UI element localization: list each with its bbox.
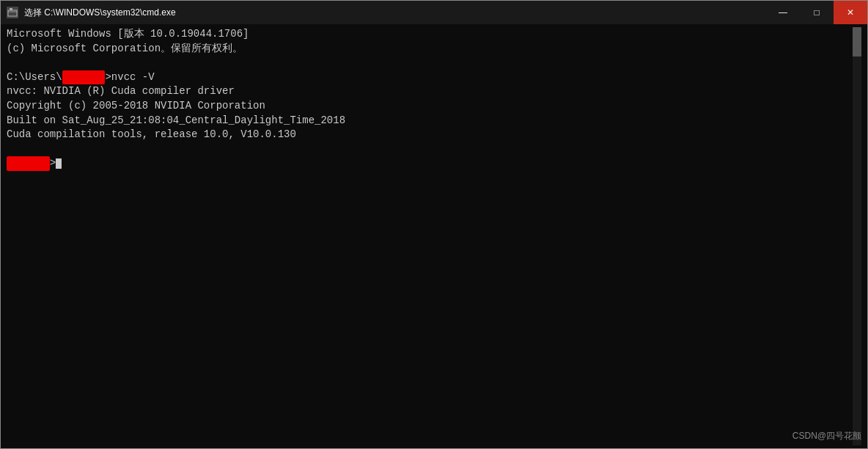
terminal-line-7: Built on Sat_Aug_25_21:08:04_Central_Day… xyxy=(7,114,853,128)
terminal-body[interactable]: Microsoft Windows [版本 10.0.19044.1706] (… xyxy=(1,24,867,448)
scrollbar-thumb[interactable] xyxy=(853,27,861,56)
redacted-username-1 xyxy=(62,70,106,85)
terminal-line-2: (c) Microsoft Corporation。保留所有权利。 xyxy=(7,42,853,56)
window-icon xyxy=(7,7,18,18)
watermark: CSDN@四号花颤 xyxy=(792,430,861,442)
window-title: 选择 C:\WINDOWS\system32\cmd.exe xyxy=(24,7,861,19)
scrollbar[interactable] xyxy=(853,27,861,445)
command-1: >nvcc -V xyxy=(105,71,154,83)
path-prefix-1: C:\Users\ xyxy=(7,71,62,83)
prompt-suffix: > xyxy=(50,157,56,169)
close-button[interactable]: ✕ xyxy=(834,1,867,24)
title-bar: 选择 C:\WINDOWS\system32\cmd.exe — □ ✕ xyxy=(1,1,867,24)
terminal-line-1: Microsoft Windows [版本 10.0.19044.1706] xyxy=(7,27,853,42)
cmd-window: 选择 C:\WINDOWS\system32\cmd.exe — □ ✕ Mic… xyxy=(0,0,868,449)
terminal-line-8: Cuda compilation tools, release 10.0, V1… xyxy=(7,128,853,142)
svg-rect-0 xyxy=(8,10,17,16)
terminal-content: Microsoft Windows [版本 10.0.19044.1706] (… xyxy=(7,27,853,445)
terminal-line-3 xyxy=(7,56,853,70)
terminal-line-10: > xyxy=(7,156,853,171)
redacted-username-2 xyxy=(7,156,50,171)
terminal-line-9 xyxy=(7,142,853,157)
terminal-line-5: nvcc: NVIDIA (R) Cuda compiler driver xyxy=(7,84,853,99)
cursor xyxy=(56,158,62,169)
minimize-button[interactable]: — xyxy=(766,1,800,24)
terminal-line-4: C:\Users\ >nvcc -V xyxy=(7,70,853,85)
svg-rect-1 xyxy=(10,8,12,10)
terminal-line-6: Copyright (c) 2005-2018 NVIDIA Corporati… xyxy=(7,99,853,114)
window-controls: — □ ✕ xyxy=(766,1,867,24)
maximize-button[interactable]: □ xyxy=(800,1,834,24)
